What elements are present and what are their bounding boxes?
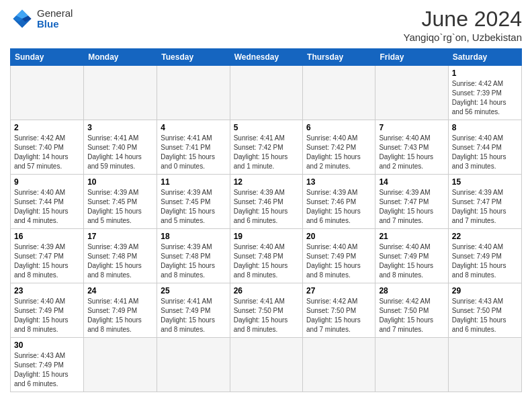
day-info: Sunrise: 4:40 AMSunset: 7:42 PMDaylight:… (306, 134, 371, 171)
calendar-cell (84, 338, 157, 392)
day-info: Sunrise: 4:39 AMSunset: 7:47 PMDaylight:… (379, 188, 444, 226)
day-info: Sunrise: 4:41 AMSunset: 7:50 PMDaylight:… (234, 297, 299, 334)
day-info: Sunrise: 4:42 AMSunset: 7:50 PMDaylight:… (379, 297, 444, 334)
day-info: Sunrise: 4:40 AMSunset: 7:49 PMDaylight:… (379, 242, 444, 280)
logo-icon (10, 7, 34, 31)
calendar-cell: 1Sunrise: 4:42 AMSunset: 7:39 PMDaylight… (448, 66, 521, 120)
day-number: 30 (14, 340, 80, 350)
day-number: 17 (87, 232, 153, 241)
day-info: Sunrise: 4:40 AMSunset: 7:43 PMDaylight:… (379, 134, 444, 171)
day-info: Sunrise: 4:43 AMSunset: 7:50 PMDaylight:… (452, 297, 518, 334)
calendar-week-1: 2Sunrise: 4:42 AMSunset: 7:40 PMDaylight… (11, 120, 522, 175)
day-number: 27 (306, 286, 371, 295)
day-number: 18 (161, 232, 226, 241)
day-number: 10 (87, 177, 153, 187)
day-info: Sunrise: 4:39 AMSunset: 7:47 PMDaylight:… (14, 242, 80, 280)
day-number: 8 (452, 123, 518, 132)
day-number: 16 (14, 232, 80, 241)
day-info: Sunrise: 4:39 AMSunset: 7:45 PMDaylight:… (161, 188, 226, 226)
day-info: Sunrise: 4:42 AMSunset: 7:50 PMDaylight:… (306, 297, 371, 334)
day-info: Sunrise: 4:41 AMSunset: 7:49 PMDaylight:… (87, 297, 153, 334)
calendar-week-3: 16Sunrise: 4:39 AMSunset: 7:47 PMDayligh… (11, 229, 522, 283)
calendar-cell: 28Sunrise: 4:42 AMSunset: 7:50 PMDayligh… (375, 283, 448, 338)
calendar-page: General Blue June 2024 Yangiqo`rg`on, Uz… (0, 0, 532, 399)
calendar-cell: 30Sunrise: 4:43 AMSunset: 7:49 PMDayligh… (11, 338, 84, 392)
day-info: Sunrise: 4:39 AMSunset: 7:46 PMDaylight:… (234, 188, 299, 226)
day-number: 23 (14, 286, 80, 295)
day-header-tuesday: Tuesday (157, 49, 230, 66)
day-info: Sunrise: 4:42 AMSunset: 7:40 PMDaylight:… (14, 134, 80, 171)
day-info: Sunrise: 4:40 AMSunset: 7:49 PMDaylight:… (452, 242, 518, 280)
calendar-cell (157, 66, 230, 120)
calendar-cell: 21Sunrise: 4:40 AMSunset: 7:49 PMDayligh… (375, 229, 448, 283)
calendar-cell (448, 338, 521, 392)
day-header-thursday: Thursday (303, 49, 375, 66)
calendar-cell: 26Sunrise: 4:41 AMSunset: 7:50 PMDayligh… (230, 283, 302, 338)
day-info: Sunrise: 4:39 AMSunset: 7:48 PMDaylight:… (87, 242, 153, 280)
calendar-cell: 29Sunrise: 4:43 AMSunset: 7:50 PMDayligh… (448, 283, 521, 338)
day-number: 28 (379, 286, 444, 295)
day-info: Sunrise: 4:40 AMSunset: 7:49 PMDaylight:… (14, 297, 80, 334)
calendar-cell: 13Sunrise: 4:39 AMSunset: 7:46 PMDayligh… (303, 175, 375, 229)
day-number: 22 (452, 232, 518, 241)
day-info: Sunrise: 4:40 AMSunset: 7:48 PMDaylight:… (234, 242, 299, 280)
calendar-cell: 10Sunrise: 4:39 AMSunset: 7:45 PMDayligh… (84, 175, 157, 229)
day-number: 3 (87, 123, 153, 132)
calendar-cell: 2Sunrise: 4:42 AMSunset: 7:40 PMDaylight… (11, 120, 84, 175)
header-right: June 2024 Yangiqo`rg`on, Uzbekistan (404, 7, 522, 43)
day-header-monday: Monday (84, 49, 157, 66)
logo-blue-text: Blue (37, 18, 59, 30)
calendar-cell: 20Sunrise: 4:40 AMSunset: 7:49 PMDayligh… (303, 229, 375, 283)
day-number: 6 (306, 123, 371, 132)
day-number: 25 (161, 286, 226, 295)
logo-general-text: General (37, 7, 73, 19)
day-info: Sunrise: 4:39 AMSunset: 7:46 PMDaylight:… (306, 188, 371, 226)
calendar-cell: 4Sunrise: 4:41 AMSunset: 7:41 PMDaylight… (157, 120, 230, 175)
day-info: Sunrise: 4:42 AMSunset: 7:39 PMDaylight:… (452, 79, 518, 117)
location: Yangiqo`rg`on, Uzbekistan (404, 32, 522, 43)
calendar-cell: 15Sunrise: 4:39 AMSunset: 7:47 PMDayligh… (448, 175, 521, 229)
month-title: June 2024 (404, 7, 522, 32)
calendar-cell: 24Sunrise: 4:41 AMSunset: 7:49 PMDayligh… (84, 283, 157, 338)
calendar-cell (375, 338, 448, 392)
day-number: 20 (306, 232, 371, 241)
header: General Blue June 2024 Yangiqo`rg`on, Uz… (10, 7, 522, 43)
calendar-cell: 25Sunrise: 4:41 AMSunset: 7:49 PMDayligh… (157, 283, 230, 338)
calendar-cell (84, 66, 157, 120)
calendar-cell: 8Sunrise: 4:40 AMSunset: 7:44 PMDaylight… (448, 120, 521, 175)
calendar-week-5: 30Sunrise: 4:43 AMSunset: 7:49 PMDayligh… (11, 338, 522, 392)
day-info: Sunrise: 4:43 AMSunset: 7:49 PMDaylight:… (14, 351, 80, 389)
logo-text: General Blue (37, 8, 73, 30)
day-number: 12 (234, 177, 299, 187)
calendar-cell: 19Sunrise: 4:40 AMSunset: 7:48 PMDayligh… (230, 229, 302, 283)
calendar-cell: 9Sunrise: 4:40 AMSunset: 7:44 PMDaylight… (11, 175, 84, 229)
day-number: 4 (161, 123, 226, 132)
day-number: 15 (452, 177, 518, 187)
calendar-table: SundayMondayTuesdayWednesdayThursdayFrid… (10, 48, 522, 392)
calendar-cell: 6Sunrise: 4:40 AMSunset: 7:42 PMDaylight… (303, 120, 375, 175)
calendar-cell (303, 338, 375, 392)
day-number: 11 (161, 177, 226, 187)
day-info: Sunrise: 4:41 AMSunset: 7:42 PMDaylight:… (234, 134, 299, 171)
day-number: 26 (234, 286, 299, 295)
day-number: 19 (234, 232, 299, 241)
day-number: 21 (379, 232, 444, 241)
calendar-cell: 11Sunrise: 4:39 AMSunset: 7:45 PMDayligh… (157, 175, 230, 229)
day-header-sunday: Sunday (11, 49, 84, 66)
day-info: Sunrise: 4:41 AMSunset: 7:40 PMDaylight:… (87, 134, 153, 171)
calendar-cell (303, 66, 375, 120)
day-header-wednesday: Wednesday (230, 49, 302, 66)
calendar-cell: 17Sunrise: 4:39 AMSunset: 7:48 PMDayligh… (84, 229, 157, 283)
day-number: 7 (379, 123, 444, 132)
day-info: Sunrise: 4:40 AMSunset: 7:49 PMDaylight:… (306, 242, 371, 280)
calendar-cell: 5Sunrise: 4:41 AMSunset: 7:42 PMDaylight… (230, 120, 302, 175)
calendar-cell (11, 66, 84, 120)
calendar-cell: 14Sunrise: 4:39 AMSunset: 7:47 PMDayligh… (375, 175, 448, 229)
calendar-cell (230, 338, 302, 392)
day-header-friday: Friday (375, 49, 448, 66)
calendar-cell: 23Sunrise: 4:40 AMSunset: 7:49 PMDayligh… (11, 283, 84, 338)
calendar-cell: 22Sunrise: 4:40 AMSunset: 7:49 PMDayligh… (448, 229, 521, 283)
calendar-cell: 3Sunrise: 4:41 AMSunset: 7:40 PMDaylight… (84, 120, 157, 175)
calendar-cell (230, 66, 302, 120)
day-info: Sunrise: 4:40 AMSunset: 7:44 PMDaylight:… (14, 188, 80, 226)
